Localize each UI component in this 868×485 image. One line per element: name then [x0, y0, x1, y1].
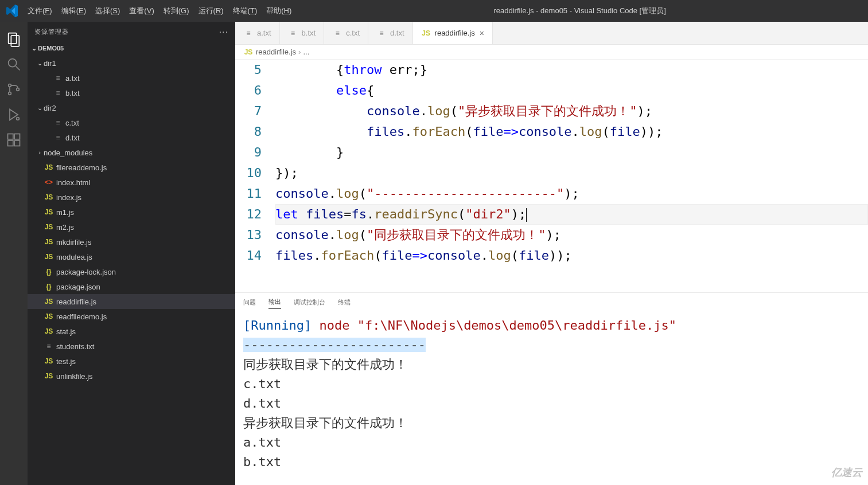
- run-debug-icon[interactable]: [6, 107, 22, 123]
- panel-tab[interactable]: 问题: [243, 296, 256, 309]
- menu-item[interactable]: 查看(V): [124, 4, 158, 17]
- source-control-icon[interactable]: [6, 81, 22, 97]
- file-row[interactable]: <>index.html: [28, 175, 235, 190]
- file-row[interactable]: JSstat.js: [28, 324, 235, 339]
- panel-tab[interactable]: 调试控制台: [294, 296, 325, 309]
- svg-line-3: [16, 67, 20, 71]
- txt-icon: ≡: [288, 29, 298, 37]
- file-row[interactable]: JSm2.js: [28, 220, 235, 234]
- folder-row[interactable]: ⌄dir1: [28, 56, 235, 71]
- extensions-icon[interactable]: [6, 132, 22, 148]
- txt-icon: ≡: [376, 29, 387, 37]
- file-label: readfiledemo.js: [56, 312, 107, 321]
- js-icon: JS: [44, 223, 54, 231]
- editor-tab[interactable]: ≡c.txt: [324, 22, 368, 44]
- file-row[interactable]: JSmkdirfile.js: [28, 234, 235, 249]
- tab-label: d.txt: [390, 29, 404, 37]
- file-row[interactable]: ≡c.txt: [28, 115, 235, 130]
- svg-point-2: [9, 59, 17, 67]
- file-row[interactable]: {}package.json: [28, 279, 235, 294]
- code-line[interactable]: console.log("同步获取目录下的文件成功！");: [275, 225, 868, 245]
- file-label: mkdirfile.js: [56, 238, 91, 247]
- code-line[interactable]: console.log("异步获取目录下的文件成功！");: [275, 101, 868, 122]
- menu-item[interactable]: 选择(S): [91, 4, 124, 17]
- menu-item[interactable]: 终端(T): [228, 4, 262, 17]
- file-row[interactable]: {}package-lock.json: [28, 264, 235, 279]
- file-row[interactable]: JSreadfiledemo.js: [28, 309, 235, 324]
- file-row[interactable]: JSunlinkfile.js: [28, 369, 235, 384]
- code-body[interactable]: {throw err;} else{ console.log("异步获取目录下的…: [275, 60, 868, 292]
- code-line[interactable]: });: [275, 163, 868, 183]
- menu-item[interactable]: 转到(G): [159, 4, 194, 17]
- file-row[interactable]: JStest.js: [28, 354, 235, 369]
- svg-rect-1: [11, 36, 19, 46]
- editor-tab[interactable]: ≡a.txt: [235, 22, 280, 44]
- panel-tab[interactable]: 终端: [338, 296, 351, 309]
- sidebar-more-icon[interactable]: ···: [219, 27, 228, 37]
- js-icon: JS: [44, 193, 54, 201]
- command-text: node "f:\NF\Nodejs\demos\demo05\readdirf…: [319, 318, 676, 333]
- svg-rect-9: [8, 134, 13, 139]
- sidebar: 资源管理器 ··· ⌄ DEMO05 ⌄dir1≡a.txt≡b.txt⌄dir…: [28, 22, 235, 485]
- file-label: students.txt: [56, 342, 94, 351]
- chevron-right-icon: ›: [298, 48, 301, 56]
- output-line: 同步获取目录下的文件成功！: [243, 355, 860, 374]
- file-row[interactable]: JSindex.js: [28, 190, 235, 205]
- output-line: a.txt: [243, 433, 860, 452]
- file-row[interactable]: ≡b.txt: [28, 85, 235, 100]
- file-label: test.js: [56, 357, 76, 366]
- code-line[interactable]: else{: [275, 80, 868, 101]
- explorer-root[interactable]: ⌄ DEMO05: [28, 42, 235, 54]
- txt-icon: ≡: [53, 74, 63, 82]
- svg-point-4: [9, 84, 11, 87]
- folder-row[interactable]: ⌄dir2: [28, 100, 235, 115]
- editor-tab[interactable]: ≡d.txt: [368, 22, 413, 44]
- editor-tab[interactable]: JSreaddirfile.js×: [413, 22, 493, 44]
- code-line[interactable]: }: [275, 142, 868, 163]
- file-label: package-lock.json: [56, 268, 116, 276]
- menu-item[interactable]: 帮助(H): [262, 4, 296, 17]
- menu-item[interactable]: 运行(R): [194, 4, 228, 17]
- code-line[interactable]: files.forEach(file=>console.log(file));: [275, 245, 868, 266]
- panel-output[interactable]: [Running] node "f:\NF\Nodejs\demos\demo0…: [235, 311, 868, 485]
- file-row[interactable]: JSm1.js: [28, 205, 235, 220]
- js-icon: JS: [44, 163, 54, 171]
- file-label: modulea.js: [56, 253, 92, 261]
- js-icon: JS: [44, 327, 54, 335]
- svg-rect-10: [14, 134, 20, 139]
- close-icon[interactable]: ×: [480, 29, 484, 38]
- folder-row[interactable]: ›node_modules: [28, 145, 235, 160]
- file-row[interactable]: JSfilereaddemo.js: [28, 160, 235, 175]
- html-icon: <>: [44, 178, 54, 186]
- output-line: ------------------------: [243, 335, 860, 355]
- file-label: stat.js: [56, 327, 76, 336]
- menu-item[interactable]: 编辑(E): [57, 4, 91, 17]
- sidebar-header: 资源管理器 ···: [28, 22, 235, 42]
- code-line[interactable]: let files=fs.readdirSync("dir2");: [275, 204, 868, 225]
- menu-item[interactable]: 文件(F): [23, 4, 57, 17]
- code-line[interactable]: console.log("------------------------");: [275, 183, 868, 204]
- running-label: [Running]: [243, 318, 312, 333]
- txt-icon: ≡: [53, 89, 63, 97]
- code-line[interactable]: {throw err;}: [275, 60, 868, 80]
- js-icon: JS: [44, 208, 54, 216]
- file-row[interactable]: JSmodulea.js: [28, 249, 235, 264]
- code-editor[interactable]: 567891011121314 {throw err;} else{ conso…: [235, 60, 868, 292]
- file-row[interactable]: JSreaddirfile.js: [28, 294, 235, 309]
- breadcrumb[interactable]: JS readdirfile.js › ...: [235, 45, 868, 60]
- svg-rect-11: [8, 140, 13, 146]
- file-row[interactable]: ≡students.txt: [28, 339, 235, 354]
- svg-point-5: [9, 92, 11, 95]
- panel-tab[interactable]: 输出: [268, 295, 281, 309]
- activitybar: [0, 22, 28, 485]
- search-icon[interactable]: [6, 56, 22, 72]
- chevron-right-icon: ›: [36, 149, 44, 156]
- explorer-icon[interactable]: [6, 31, 22, 47]
- code-line[interactable]: files.forEach(file=>console.log(file));: [275, 122, 868, 142]
- tab-label: b.txt: [302, 29, 316, 37]
- root-label: DEMO05: [38, 45, 64, 52]
- editor-tab[interactable]: ≡b.txt: [280, 22, 325, 44]
- file-row[interactable]: ≡a.txt: [28, 71, 235, 85]
- file-label: c.txt: [65, 119, 79, 127]
- file-row[interactable]: ≡d.txt: [28, 130, 235, 145]
